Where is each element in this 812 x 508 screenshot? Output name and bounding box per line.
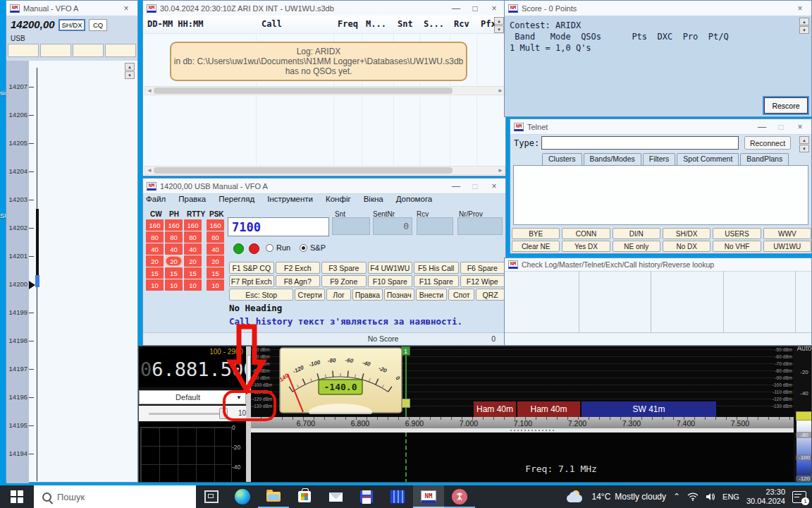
telnet-command-button[interactable]: WWV <box>763 228 811 239</box>
exchange-field[interactable]: 0 <box>373 217 412 235</box>
band-button[interactable]: 10 <box>184 279 202 291</box>
maximize-icon[interactable]: □ <box>467 2 483 15</box>
fkey-button[interactable]: F12 Wipe <box>460 275 505 287</box>
fkey-button[interactable]: F11 Spare <box>414 275 459 287</box>
start-button[interactable] <box>0 485 34 508</box>
minimize-icon[interactable]: — <box>448 180 464 193</box>
log-column-header[interactable]: Call <box>262 19 282 29</box>
taskbar-clock[interactable]: 23:30 30.04.2024 <box>746 488 785 506</box>
band-button[interactable]: 15 <box>207 267 224 279</box>
tab-filters[interactable]: Filters <box>643 153 676 165</box>
band-button[interactable]: 80 <box>146 231 164 243</box>
language-indicator[interactable]: ENG <box>722 492 739 501</box>
fkey-button[interactable]: F9 Zone <box>321 275 367 287</box>
entry-action-button[interactable]: Познач <box>384 289 414 301</box>
speaker-icon[interactable] <box>706 492 715 501</box>
close-icon[interactable]: × <box>486 180 502 193</box>
score-titlebar[interactable]: NM Score - 0 Points × <box>505 1 811 16</box>
callsign-input[interactable]: 7100 <box>228 217 329 236</box>
log-horizontal-scrollbar[interactable]: ◄► <box>144 86 505 95</box>
archive-app-button[interactable] <box>382 485 413 508</box>
weather-widget[interactable]: 14°C Mostly cloudy <box>592 492 667 502</box>
menu-item[interactable]: Вікна <box>364 193 390 205</box>
fkey-button[interactable]: F4 UW1WU <box>368 262 413 274</box>
band-button[interactable]: 40 <box>207 243 224 255</box>
telnet-command-button[interactable]: USERS <box>713 228 761 239</box>
reconnect-button[interactable]: Reconnect <box>744 136 791 150</box>
fkey-button[interactable]: F1 S&P CQ <box>229 262 274 274</box>
wifi-icon[interactable] <box>687 492 699 501</box>
telnet-command-button[interactable]: CONN <box>562 228 610 239</box>
log-column-header[interactable]: Rcv <box>454 19 469 29</box>
entry-action-button[interactable]: Внести <box>416 289 448 301</box>
notification-icon[interactable]: 1 <box>792 491 806 503</box>
fkey-button[interactable]: F8 Agn? <box>276 275 321 287</box>
band-button[interactable]: 15 <box>165 267 183 279</box>
cq-button[interactable]: CQ <box>89 19 107 31</box>
tab-clusters[interactable]: Clusters <box>542 153 582 165</box>
bandmap-zoom-spinner[interactable]: ▲▼ <box>125 63 135 79</box>
maximize-icon[interactable]: □ <box>773 121 789 133</box>
close-icon[interactable]: × <box>792 121 808 133</box>
band-button[interactable]: 20 <box>165 255 183 267</box>
check-titlebar[interactable]: NM Check Log/Master/Telnet/Exch/Call his… <box>505 258 811 272</box>
telnet-command-input[interactable] <box>541 136 739 150</box>
fkey-button[interactable]: F7 Rpt Exch <box>229 275 274 287</box>
rescore-button[interactable]: Rescore <box>764 97 808 114</box>
menu-item[interactable]: Допомога <box>396 193 440 205</box>
exchange-field[interactable] <box>457 217 503 235</box>
band-button[interactable]: 80 <box>207 231 224 243</box>
minimize-icon[interactable]: — <box>448 2 464 15</box>
menu-item[interactable]: Файл <box>146 193 173 205</box>
sdr-taskbar-button[interactable] <box>444 485 475 508</box>
close-icon[interactable]: × <box>118 2 134 15</box>
maximize-icon[interactable]: □ <box>467 180 483 193</box>
slider-track[interactable] <box>149 413 228 415</box>
fkey-button[interactable]: F10 Spare <box>368 275 413 287</box>
run-radio[interactable] <box>266 244 273 252</box>
band-button[interactable]: 80 <box>184 231 202 243</box>
band-button[interactable]: 10 <box>165 279 183 291</box>
telnet-output-area[interactable] <box>513 165 808 225</box>
telnet-command-button[interactable]: NE only <box>613 241 660 252</box>
band-button[interactable]: 160 <box>207 219 224 231</box>
fkey-button[interactable]: F3 Spare <box>321 262 367 274</box>
telnet-command-button[interactable]: Yes DX <box>562 241 610 252</box>
telnet-command-button[interactable]: UW1WU <box>763 241 811 252</box>
fkey-button[interactable]: F6 Spare <box>460 262 505 274</box>
score-font-spinner[interactable]: ▲▼ <box>799 18 809 34</box>
menu-item[interactable]: Інструменти <box>267 193 320 205</box>
band-button[interactable]: 20 <box>207 255 224 267</box>
telnet-command-button[interactable]: SH/DX <box>663 228 710 239</box>
fkey-button[interactable]: F2 Exch <box>276 262 321 274</box>
band-button[interactable]: 160 <box>146 219 164 231</box>
close-icon[interactable]: × <box>792 2 808 15</box>
menu-item[interactable]: Правка <box>178 193 213 205</box>
telnet-font-spinner[interactable]: ▲▼ <box>799 136 809 152</box>
band-button[interactable]: 20 <box>184 255 202 267</box>
log-column-header[interactable]: Snt <box>398 19 413 29</box>
band-button[interactable]: 10 <box>207 279 224 291</box>
log-column-header[interactable]: S... <box>424 19 444 29</box>
mail-button[interactable] <box>320 485 351 508</box>
level-slider-handle[interactable] <box>796 411 812 421</box>
tray-chevron-icon[interactable]: ⌃ <box>673 492 680 502</box>
band-button[interactable]: 40 <box>165 243 183 255</box>
band-button[interactable]: 15 <box>146 267 164 279</box>
band-button[interactable]: 40 <box>184 243 202 255</box>
entry-action-button[interactable]: QRZ <box>476 289 505 301</box>
minimize-icon[interactable]: — <box>754 121 770 133</box>
tab-bandplans[interactable]: BandPlans <box>740 153 789 165</box>
sdr-frequency-scale[interactable]: 6.7006.8006.9007.0007.1007.2007.3007.400… <box>251 417 794 428</box>
menu-item[interactable]: Перегляд <box>219 193 262 205</box>
store-button[interactable] <box>289 485 320 508</box>
save-app-button[interactable] <box>351 485 382 508</box>
entry-action-button[interactable]: Стерти <box>295 289 325 301</box>
log-titlebar[interactable]: NM 30.04.2024 20:30:10Z ARI DX INT - UW1… <box>143 1 505 16</box>
sdr-waterfall[interactable]: Freq: 7.1 MHz <box>251 433 794 483</box>
log-column-header[interactable]: Freq <box>338 19 358 29</box>
tab-spot-comment[interactable]: Spot Comment <box>677 153 739 165</box>
exchange-field[interactable] <box>417 217 453 235</box>
entry-action-button[interactable]: Лог <box>326 289 351 301</box>
log-horizontal-scrollbar[interactable]: ◄► <box>144 166 505 175</box>
